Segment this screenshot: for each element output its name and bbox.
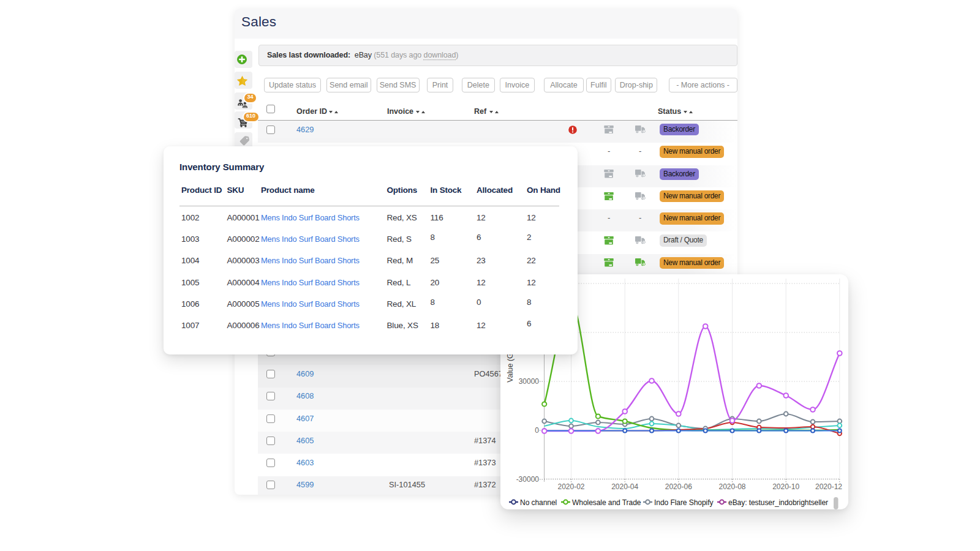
svg-text:2020-02: 2020-02	[557, 482, 584, 491]
svg-text:2020-04: 2020-04	[611, 482, 638, 491]
svg-text:2020-10: 2020-10	[772, 482, 799, 491]
svg-text:30000: 30000	[519, 377, 540, 386]
svg-text:2020-06: 2020-06	[665, 482, 692, 491]
svg-text:Indo Flare Shopify: Indo Flare Shopify	[654, 498, 714, 507]
svg-text:Wholesale and Trade: Wholesale and Trade	[572, 498, 641, 507]
svg-text:eBay: testuser_indobrightselle: eBay: testuser_indobrightseller	[728, 498, 828, 507]
svg-text:No channel: No channel	[520, 498, 557, 507]
svg-text:0: 0	[535, 426, 539, 435]
svg-text:-30000: -30000	[516, 475, 540, 484]
svg-text:2020-12: 2020-12	[815, 482, 842, 491]
svg-text:2020-08: 2020-08	[718, 482, 745, 491]
